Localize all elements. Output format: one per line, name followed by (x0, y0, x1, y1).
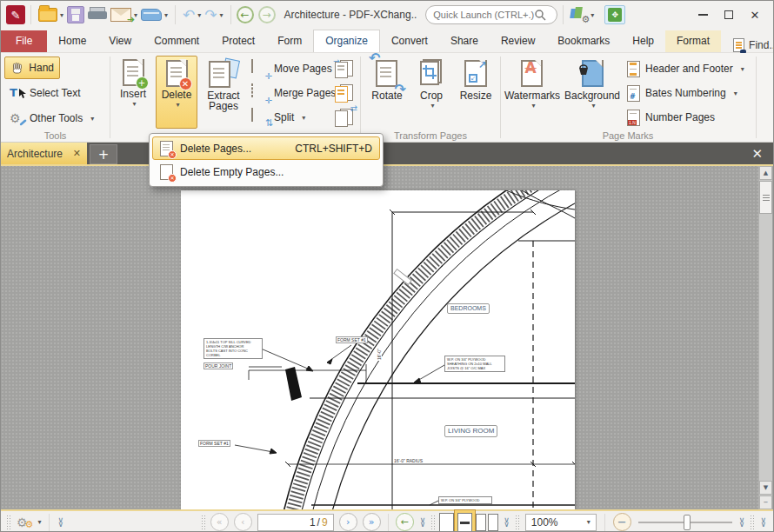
ribbon-tab-home[interactable]: Home (47, 30, 97, 52)
crop-marks-icon (423, 65, 437, 79)
ribbon-tab-share[interactable]: Share (439, 30, 490, 52)
view-history-chevron[interactable]: ∨∨ (420, 518, 426, 527)
zoom-slider-handle[interactable] (684, 515, 691, 530)
scrollbar-thumb[interactable] (759, 181, 772, 214)
insert-pages-button[interactable]: + Insert ▾ (113, 56, 153, 129)
duplicate-pages-button[interactable]: → (335, 58, 356, 79)
scroll-down-button[interactable]: ▼ (759, 481, 772, 495)
save-icon (67, 6, 84, 23)
ribbon-tab-protect[interactable]: Protect (210, 30, 266, 52)
select-text-button[interactable]: T Select Text (4, 82, 88, 104)
vertical-scrollbar[interactable]: ▲ ▼ − (758, 166, 772, 509)
hand-tool-button[interactable]: Hand (4, 57, 60, 79)
crop-pages-button[interactable]: Crop ▾ (411, 56, 451, 129)
move-pages-button[interactable]: ✛ Move Pages (251, 58, 332, 79)
document-tab-architecture[interactable]: Architecture ✕ (1, 143, 87, 164)
resize-pages-button[interactable]: ↗ ↗ Resize (454, 56, 497, 129)
two-page-layout-button[interactable] (476, 514, 498, 531)
redo-button[interactable]: ↷▾ (204, 8, 223, 22)
close-button[interactable]: ✕ (742, 4, 768, 25)
rotate-pages-button[interactable]: ↶ ↷ Rotate (364, 56, 410, 129)
note-right: W.P. ON 3/4" PLYWOOD SHEATHING ON 2x10 W… (444, 356, 505, 372)
ribbon-tab-comment[interactable]: Comment (143, 30, 210, 52)
ribbon-tab-format[interactable]: Format (665, 30, 721, 52)
fullscreen-button[interactable]: ✥ (604, 5, 625, 24)
close-document-button[interactable]: ✕ (741, 143, 773, 164)
next-page-button[interactable]: › (339, 513, 357, 531)
quick-launch-box[interactable] (425, 5, 557, 24)
ribbon-tab-help[interactable]: Help (621, 30, 665, 52)
ui-options-button[interactable]: ⚙ ▾ (570, 7, 594, 23)
zoom-slider[interactable] (638, 514, 732, 531)
zoom-out-button[interactable]: − (613, 513, 631, 531)
form-set-label-left: FORM SET #1 (198, 440, 230, 447)
menu-item-delete-empty-pages[interactable]: ✕ Delete Empty Pages... (152, 160, 380, 183)
app-window: ✎ ▾ ▾ ▾ ↶▾ ↷▾ ← → Architecture - PDF-XCh… (0, 0, 774, 532)
email-button[interactable]: ▾ (110, 8, 137, 22)
scroll-up-button[interactable]: ▲ (759, 166, 772, 180)
history-back-button[interactable]: ← (237, 6, 254, 23)
delete-pages-button[interactable]: ✕ Delete ▾ (156, 56, 197, 129)
layout-options-chevron[interactable]: ∨∨ (504, 518, 510, 527)
previous-view-button[interactable]: ← (396, 513, 414, 531)
undo-button[interactable]: ↶▾ (183, 8, 201, 22)
ribbon-tab-review[interactable]: Review (490, 30, 546, 52)
watermarks-button[interactable]: A Watermarks ▾ (504, 56, 561, 129)
zoom-level-select[interactable]: 100% ▾ (525, 514, 597, 531)
more-tools-chevron[interactable]: ∨∨ (57, 518, 63, 527)
menu-item-delete-pages[interactable]: ✕ Delete Pages... CTRL+SHIFT+D (152, 136, 380, 160)
maximize-button[interactable] (716, 4, 742, 25)
first-page-icon: « (217, 516, 223, 528)
zoom-dropdown-caret[interactable]: ▾ (587, 518, 591, 526)
history-forward-button[interactable]: → (258, 6, 276, 23)
page-number-box[interactable]: 1/9 (257, 514, 334, 531)
scroll-down-icon: ▼ (764, 484, 768, 491)
print-button[interactable] (88, 7, 107, 23)
app-logo-icon: ✎ (6, 5, 25, 24)
statusbar-overflow-chevron[interactable]: ∨∨ (760, 518, 766, 527)
swap-pages-button[interactable]: ⇄ (335, 107, 356, 128)
header-footer-button[interactable]: Header and Footer ▾ (627, 58, 744, 79)
save-button[interactable] (67, 6, 84, 23)
number-pages-button[interactable]: 1.N Number Pages (627, 107, 715, 128)
ribbon-tab-convert[interactable]: Convert (380, 30, 439, 52)
previous-page-button[interactable]: ‹ (234, 513, 252, 531)
bates-numbering-icon: # (627, 85, 640, 102)
pdf-page[interactable]: BEDROOMS LIVING ROOM FORM SET #1 FORM SE… (181, 190, 575, 509)
ribbon-tab-bookmarks[interactable]: Bookmarks (546, 30, 621, 52)
minimize-button[interactable] (690, 4, 716, 25)
duplicate-pages-icon: → (335, 60, 354, 77)
open-button[interactable]: ▾ (38, 8, 63, 22)
find-button[interactable]: Find... (733, 38, 774, 52)
tab-close-icon[interactable]: ✕ (73, 148, 81, 159)
last-page-button[interactable]: » (363, 513, 381, 531)
open-dropdown-caret[interactable]: ▾ (60, 11, 63, 19)
new-tab-button[interactable]: + (90, 144, 117, 164)
minimize-icon (698, 14, 708, 16)
extract-pages-button[interactable]: Extract Pages (200, 56, 247, 129)
cursor-arrow-icon (19, 89, 27, 99)
close-document-icon: ✕ (751, 146, 763, 162)
document-viewport[interactable]: BEDROOMS LIVING ROOM FORM SET #1 FORM SE… (1, 164, 773, 509)
bates-numbering-button[interactable]: # Bates Numbering ▾ (627, 83, 737, 103)
statusbar-options-button[interactable]: ⚙ ⚙ ▾ (13, 514, 44, 530)
find-doc-icon (733, 38, 744, 52)
single-page-layout-button[interactable] (439, 513, 454, 532)
background-button[interactable]: Background ▾ (562, 56, 623, 129)
status-bar: ⚙ ⚙ ▾ ∨∨ « ‹ 1/9 › » ← ∨∨ ∨∨ 100% ▾ − ∨∨ (1, 509, 773, 532)
ribbon-tab-file[interactable]: File (1, 30, 47, 52)
other-tools-button[interactable]: ⚙ Other Tools ▾ (4, 107, 100, 130)
merge-pages-button[interactable]: ✛ Merge Pages (251, 83, 336, 103)
hand-icon (10, 61, 23, 76)
ribbon-tab-form[interactable]: Form (266, 30, 313, 52)
scan-button[interactable]: ▾ (141, 9, 168, 21)
fit-width-layout-button[interactable] (457, 513, 472, 532)
replace-pages-button[interactable] (335, 83, 356, 103)
split-button[interactable]: ⇅ Split ▾ (251, 107, 305, 128)
quick-launch-input[interactable] (433, 10, 534, 20)
zoom-more-chevron[interactable]: ∨∨ (739, 518, 745, 527)
split-view-button[interactable]: − (759, 495, 772, 509)
ribbon-tab-view[interactable]: View (97, 30, 143, 52)
number-pages-icon: 1.N (627, 110, 640, 126)
first-page-button[interactable]: « (210, 513, 229, 531)
